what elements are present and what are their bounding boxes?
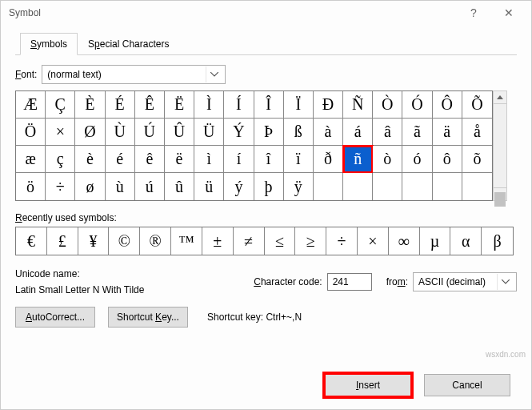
- symbol-cell[interactable]: û: [165, 173, 194, 200]
- symbol-cell[interactable]: [343, 173, 373, 200]
- symbol-cell[interactable]: ì: [194, 146, 224, 173]
- symbol-cell[interactable]: ÷: [46, 173, 75, 200]
- font-label: Font:: [15, 69, 37, 80]
- symbol-cell[interactable]: ë: [165, 146, 194, 173]
- symbol-cell[interactable]: Û: [165, 119, 194, 146]
- symbol-grid[interactable]: ÆÇÈÉÊËÌÍÎÏÐÑÒÓÔÕÖ×ØÙÚÛÜÝÞßàáâãäåæçèéêëìí…: [15, 90, 493, 201]
- symbol-cell[interactable]: [402, 173, 432, 200]
- recent-symbol-cell[interactable]: α: [450, 227, 482, 255]
- help-button[interactable]: ?: [456, 2, 491, 24]
- symbol-cell[interactable]: ã: [402, 119, 432, 146]
- symbol-cell[interactable]: ð: [314, 146, 343, 173]
- autocorrect-button[interactable]: AutoCorrect...: [15, 307, 95, 328]
- symbol-cell[interactable]: Ø: [75, 119, 105, 146]
- symbol-cell[interactable]: þ: [254, 173, 284, 200]
- symbol-cell[interactable]: é: [106, 146, 135, 173]
- symbol-cell[interactable]: Ï: [284, 91, 314, 119]
- symbol-cell[interactable]: ä: [433, 119, 462, 146]
- recent-symbol-cell[interactable]: ÷: [326, 227, 358, 255]
- scroll-up-arrow-icon[interactable]: [493, 90, 507, 104]
- recent-symbols-grid[interactable]: €£¥©®™±≠≤≥÷×∞µαβ: [15, 227, 514, 255]
- symbol-cell[interactable]: Ë: [165, 91, 194, 119]
- font-select[interactable]: (normal text): [42, 65, 226, 84]
- symbol-cell[interactable]: ö: [16, 173, 46, 200]
- symbol-cell[interactable]: ü: [194, 173, 224, 200]
- recent-symbol-cell[interactable]: ™: [171, 227, 202, 255]
- symbol-cell[interactable]: Ü: [194, 119, 224, 146]
- symbol-cell[interactable]: [433, 173, 462, 200]
- symbol-cell[interactable]: ô: [433, 146, 462, 173]
- scroll-thumb[interactable]: [494, 192, 506, 207]
- symbol-cell[interactable]: Ù: [106, 119, 135, 146]
- symbol-cell[interactable]: [462, 173, 492, 200]
- recent-symbol-cell[interactable]: µ: [420, 227, 451, 255]
- symbol-cell[interactable]: Æ: [16, 91, 46, 119]
- symbol-cell[interactable]: É: [106, 91, 135, 119]
- scroll-track[interactable]: [493, 104, 507, 187]
- symbol-cell[interactable]: Õ: [462, 91, 492, 119]
- symbol-cell[interactable]: Î: [254, 91, 284, 119]
- recent-symbol-cell[interactable]: ©: [109, 227, 140, 255]
- symbol-cell[interactable]: Ð: [314, 91, 343, 119]
- symbol-cell[interactable]: î: [254, 146, 284, 173]
- symbol-cell[interactable]: Ì: [194, 91, 224, 119]
- symbol-cell[interactable]: ï: [284, 146, 314, 173]
- symbol-cell[interactable]: Ç: [46, 91, 75, 119]
- symbol-cell[interactable]: ç: [46, 146, 75, 173]
- recent-symbol-cell[interactable]: ∞: [389, 227, 420, 255]
- symbol-cell[interactable]: è: [75, 146, 105, 173]
- tab-special-characters[interactable]: Special Characters: [78, 33, 179, 55]
- shortcut-key-button[interactable]: Shortcut Key...: [108, 307, 188, 328]
- symbol-cell[interactable]: Þ: [254, 119, 284, 146]
- character-code-input[interactable]: 241: [327, 273, 372, 291]
- symbol-cell[interactable]: Ô: [433, 91, 462, 119]
- symbol-cell[interactable]: [373, 173, 402, 200]
- symbol-cell[interactable]: Ó: [402, 91, 432, 119]
- recent-symbol-cell[interactable]: β: [482, 227, 513, 255]
- symbol-cell[interactable]: õ: [462, 146, 492, 173]
- symbol-cell[interactable]: Ý: [224, 119, 254, 146]
- symbol-cell[interactable]: Ñ: [343, 91, 373, 119]
- symbol-cell[interactable]: [314, 173, 343, 200]
- cancel-button[interactable]: Cancel: [424, 374, 510, 396]
- symbol-cell[interactable]: ß: [284, 119, 314, 146]
- recent-symbol-cell[interactable]: ≠: [234, 227, 265, 255]
- from-select[interactable]: ASCII (decimal): [413, 272, 517, 291]
- symbol-cell[interactable]: È: [75, 91, 105, 119]
- close-button[interactable]: ✕: [491, 2, 526, 24]
- symbol-cell[interactable]: ø: [75, 173, 105, 200]
- recent-symbol-cell[interactable]: ¥: [78, 227, 110, 255]
- symbol-cell[interactable]: ó: [402, 146, 432, 173]
- symbol-cell[interactable]: í: [224, 146, 254, 173]
- recent-symbol-cell[interactable]: ±: [202, 227, 234, 255]
- symbol-cell[interactable]: å: [462, 119, 492, 146]
- symbol-cell[interactable]: Í: [224, 91, 254, 119]
- symbol-cell[interactable]: â: [373, 119, 402, 146]
- symbol-cell[interactable]: à: [314, 119, 343, 146]
- symbol-cell[interactable]: ×: [46, 119, 75, 146]
- symbol-cell[interactable]: ÿ: [284, 173, 314, 200]
- insert-button[interactable]: Insert: [325, 374, 411, 396]
- dialog-title: Symbol: [9, 7, 456, 18]
- symbol-cell[interactable]: Ê: [135, 91, 165, 119]
- symbol-cell[interactable]: Ö: [16, 119, 46, 146]
- recent-symbol-cell[interactable]: ®: [140, 227, 171, 255]
- symbol-cell[interactable]: ý: [224, 173, 254, 200]
- recent-symbol-cell[interactable]: ≥: [295, 227, 326, 255]
- symbol-cell[interactable]: ò: [373, 146, 402, 173]
- chevron-down-icon: [206, 66, 222, 82]
- symbol-cell[interactable]: ú: [135, 173, 165, 200]
- symbol-cell[interactable]: á: [343, 119, 373, 146]
- symbol-grid-scrollbar[interactable]: [493, 90, 507, 201]
- symbol-cell[interactable]: ñ: [343, 146, 373, 173]
- recent-symbol-cell[interactable]: ≤: [265, 227, 296, 255]
- symbol-cell[interactable]: Ò: [373, 91, 402, 119]
- symbol-cell[interactable]: ù: [106, 173, 135, 200]
- recent-symbol-cell[interactable]: £: [47, 227, 78, 255]
- tab-symbols[interactable]: Symbols: [20, 33, 78, 55]
- symbol-cell[interactable]: Ú: [135, 119, 165, 146]
- symbol-cell[interactable]: æ: [16, 146, 46, 173]
- recent-symbol-cell[interactable]: ×: [358, 227, 389, 255]
- symbol-cell[interactable]: ê: [135, 146, 165, 173]
- recent-symbol-cell[interactable]: €: [16, 227, 47, 255]
